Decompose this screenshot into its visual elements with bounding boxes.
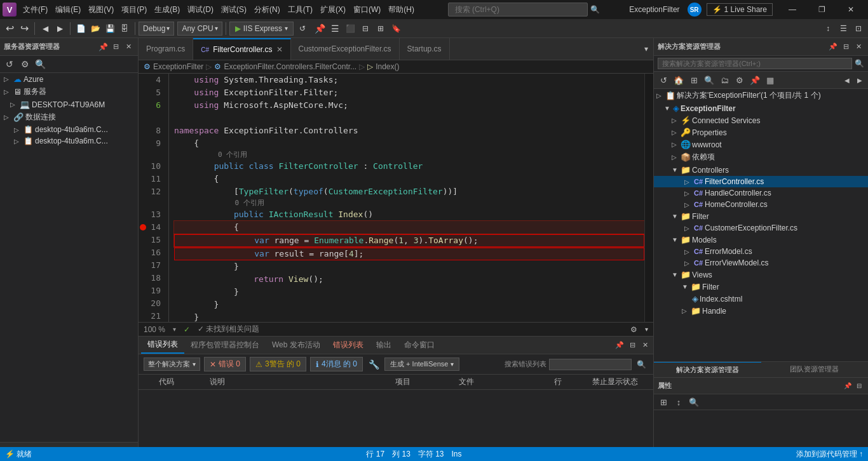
se-close-btn[interactable]: ✕ [853,41,864,53]
user-avatar[interactable]: SR [688,3,702,17]
se-float-btn[interactable]: ⊟ [840,41,851,53]
status-extra-icon[interactable]: ⚙ [630,325,637,334]
save-btn[interactable]: 💾 [103,22,117,36]
menu-analyze[interactable]: 分析(N) [250,2,284,18]
menu-project[interactable]: 项目(P) [118,2,151,18]
zoom-level[interactable]: 100 % [144,325,165,334]
col-desc[interactable]: 说明 [207,377,393,387]
sol-tab-team[interactable]: 团队资源管理器 [761,362,869,377]
toolbar-right-1[interactable]: ↕ [821,22,835,36]
solution-filter-dropdown[interactable]: 整个解决方案▾ [144,357,200,371]
tab-program-cs[interactable]: Program.cs [139,38,193,60]
breadcrumb-part3[interactable]: Index() [376,62,399,71]
bottom-tab-output[interactable]: 输出 [370,337,398,353]
bottom-tab-errors[interactable]: 错误列表 [141,337,184,354]
forward-btn[interactable]: ▶ [53,22,67,36]
bottom-tab-web-publish[interactable]: Web 发布活动 [266,337,327,353]
status-ready[interactable]: ⚡ 就绪 [5,449,32,460]
se-tb2[interactable]: 🏠 [672,73,686,87]
sol-item-root[interactable]: ▷ 📋 解决方案'ExceptionFilter'(1 个项目/共 1 个) [654,89,868,102]
se-item-db2[interactable]: ▷ 📋 desktop-4tu9a6m.C... [0,135,138,147]
sol-item-deps[interactable]: ▷ 📦 依赖项 [654,150,868,164]
error-badge[interactable]: ✕ 错误 0 [204,357,246,371]
global-search-input[interactable] [448,3,588,17]
sol-item-homecontroller[interactable]: ▷ C# HomeController.cs [654,199,868,210]
tab-filter-controller[interactable]: C# FilterController.cs ✕ [193,38,290,60]
se-item-db1[interactable]: ▷ 📋 desktop-4tu9a6m.C... [0,124,138,135]
sol-item-handlecontroller[interactable]: ▷ C# HandleController.cs [654,187,868,199]
props-float-btn[interactable]: ⊟ [854,381,864,391]
close-btn[interactable]: ✕ [836,0,865,19]
bottom-tab-command[interactable]: 命令窗口 [398,337,441,353]
toolbar-extra-6[interactable]: 🔖 [389,22,403,36]
close-panel-btn[interactable]: ✕ [123,41,134,53]
toolbar-extra-3[interactable]: ⬛ [343,22,357,36]
menu-extensions[interactable]: 扩展(X) [316,2,349,18]
props-tb-grid[interactable]: ⊞ [656,396,670,408]
toolbar-extra-5[interactable]: ⊞ [374,22,388,36]
se-tb-right1[interactable]: ◀ [841,73,853,87]
tab-customer-exception[interactable]: CustomerExceptionFilter.cs [291,38,400,60]
se-tb3[interactable]: ⊞ [687,73,701,87]
redo-btn[interactable]: ↪ [17,22,31,36]
bottom-tab-package[interactable]: 程序包管理器控制台 [184,337,266,353]
tab-startup[interactable]: Startup.cs [400,38,450,60]
sol-item-connected[interactable]: ▷ ⚡ Connected Services [654,114,868,126]
se-tb7[interactable]: 📌 [748,73,762,87]
toolbar-extra-2[interactable]: ☰ [328,22,342,36]
menu-help[interactable]: 帮助(H) [384,2,418,18]
sol-item-handle-folder[interactable]: ▷ 📁 Handle [654,305,868,317]
sol-item-filter-folder[interactable]: ▼ 📁 Filter [654,210,868,222]
col-project[interactable]: 项目 [393,377,456,387]
se-item-azure[interactable]: ▷ ☁ Azure [0,73,138,85]
bp-pin-btn[interactable]: 📌 [614,340,625,351]
pin-btn[interactable]: 📌 [97,41,109,53]
code-content[interactable]: using System.Threading.Tasks; using Exce… [169,74,644,322]
float-btn[interactable]: ⊟ [110,41,121,53]
bp-close-btn[interactable]: ✕ [639,340,651,351]
sol-item-controllers-folder[interactable]: ▼ 📁 Controllers [654,164,868,176]
se-tb6[interactable]: ⚙ [733,73,747,87]
cpu-dropdown[interactable]: Any CPU ▾ [177,22,222,36]
col-code[interactable]: 代码 [156,377,207,387]
se-item-server[interactable]: ▷ 🖥 服务器 [0,85,138,98]
toolbar-extra-4[interactable]: ⊟ [358,22,372,36]
se-search-input[interactable] [658,58,852,69]
maximize-btn[interactable]: ❐ [807,0,836,19]
zoom-dropdown[interactable]: ▾ [173,326,176,333]
sol-item-project[interactable]: ▼ ◈ ExceptionFilter [654,102,868,114]
props-tb-search[interactable]: 🔍 [687,396,701,408]
menu-build[interactable]: 生成(B) [151,2,184,18]
new-file-btn[interactable]: 📄 [74,22,88,36]
toolbar-right-2[interactable]: ☰ [836,22,850,36]
sol-item-properties[interactable]: ▷ 🔑 Properties [654,126,868,138]
se-pin-btn[interactable]: 📌 [827,41,839,53]
se-refresh-btn[interactable]: ↺ [3,57,17,71]
sol-tab-solution[interactable]: 解决方案资源管理器 [654,362,761,377]
sol-item-wwwroot[interactable]: ▷ 🌐 wwwroot [654,138,868,150]
warning-badge[interactable]: ⚠ 3警告 的 0 [250,357,306,371]
props-pin-btn[interactable]: 📌 [843,381,853,391]
se-search-icon[interactable]: 🔍 [855,59,864,68]
sol-item-filtercontroller[interactable]: ▷ C# FilterController.cs [654,176,868,187]
se-filter-btn[interactable]: 🔍 [33,57,47,71]
run-btn[interactable]: ▶ IIS Express ▾ [229,22,294,36]
se-tb-right2[interactable]: ▶ [854,73,865,87]
menu-view[interactable]: 视图(V) [85,2,118,18]
live-share-btn[interactable]: ⚡ 1 Live Share [707,3,773,16]
menu-test[interactable]: 测试(S) [217,2,250,18]
menu-tools[interactable]: 工具(T) [284,2,316,18]
add-to-source-btn[interactable]: 添加到源代码管理 ↑ [796,449,863,460]
se-tb1[interactable]: ↺ [656,73,670,87]
col-suppress[interactable]: 禁止显示状态 [590,377,653,387]
tab-fc-close[interactable]: ✕ [276,45,283,54]
save-all-btn[interactable]: 🗄 [118,22,132,36]
back-btn[interactable]: ◀ [38,22,52,36]
se-scrollbar-bottom[interactable] [0,442,138,447]
build-dropdown[interactable]: 生成 + IntelliSense▾ [384,357,459,371]
menu-edit[interactable]: 编辑(E) [51,2,85,18]
search-errors-btn[interactable]: 🔍 [634,357,648,371]
menu-file[interactable]: 文件(F) [19,2,51,18]
code-editor[interactable]: 4 5 6 8 9 10 11 12 13 14 15 16 17 18 [139,74,653,322]
se-tb4[interactable]: 🔍 [702,73,716,87]
